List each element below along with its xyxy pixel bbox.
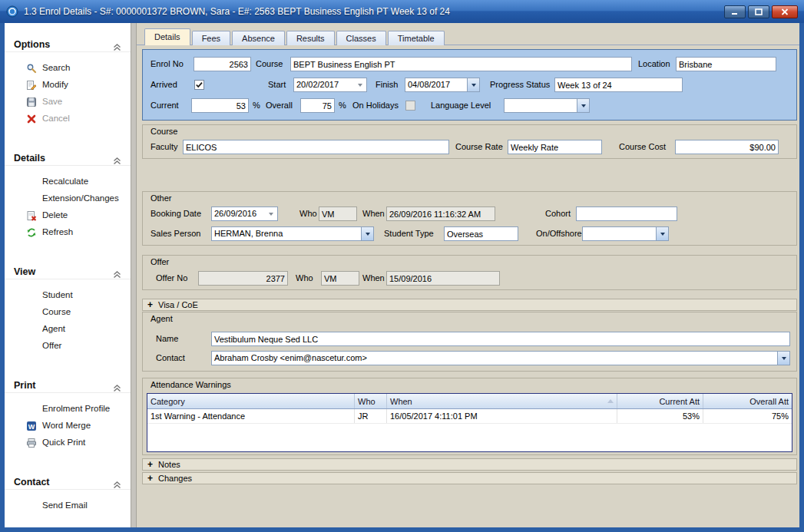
overall-att-input[interactable]	[300, 98, 335, 113]
tab-timetable[interactable]: Timetable	[388, 31, 445, 45]
dropdown-arrow-icon[interactable]	[656, 227, 668, 240]
sidebar-item-label: Enrolment Profile	[42, 404, 110, 413]
window-title: 1.3 Enrol Details - S#: 0000001372 BROWN…	[24, 6, 724, 17]
sidebar-header-contact[interactable]: Contact	[5, 474, 131, 490]
sidebar-section-print: Print Enrolment Profile W Word Merge Qui…	[5, 378, 131, 451]
sidebar-item-refresh[interactable]: Refresh	[5, 223, 131, 240]
dropdown-arrow-icon[interactable]	[265, 207, 277, 220]
on-offshore-combo[interactable]	[582, 226, 669, 241]
maximize-button[interactable]	[748, 5, 769, 18]
on-holidays-checkbox[interactable]	[405, 101, 415, 111]
sidebar-item-course[interactable]: Course	[5, 303, 131, 320]
collapse-chevrons-icon	[113, 478, 121, 494]
cohort-input[interactable]	[576, 207, 677, 221]
sidebar-item-delete[interactable]: Delete	[5, 207, 131, 223]
tab-results[interactable]: Results	[286, 31, 335, 45]
current-att-input[interactable]	[191, 98, 249, 113]
cancel-icon	[26, 113, 37, 124]
dropdown-arrow-icon[interactable]	[354, 78, 366, 91]
tab-absence[interactable]: Absence	[232, 31, 285, 45]
visa-coe-expander[interactable]: + Visa / CoE	[142, 299, 797, 311]
faculty-input[interactable]	[183, 140, 449, 154]
progress-status-label: Progress Status	[490, 78, 550, 92]
booking-who-input[interactable]	[319, 207, 357, 221]
sidebar-item-word-merge[interactable]: W Word Merge	[5, 417, 131, 434]
sidebar-header-options[interactable]: Options	[5, 37, 131, 52]
faculty-label: Faculty	[151, 140, 177, 154]
column-header-when[interactable]: When	[387, 394, 617, 408]
sidebar-header-view[interactable]: View	[5, 264, 131, 279]
course-cost-input[interactable]	[675, 140, 779, 154]
sales-person-combo[interactable]: HERMAN, Brenna	[211, 226, 374, 241]
minimize-button[interactable]	[724, 5, 746, 18]
progress-status-input[interactable]	[554, 78, 683, 92]
on-holidays-label: On Holidays	[352, 98, 399, 113]
enrol-no-input[interactable]	[194, 57, 251, 71]
sidebar-item-cancel[interactable]: Cancel	[5, 110, 131, 127]
start-date-combo[interactable]: 20/02/2017	[293, 78, 367, 92]
sidebar-item-save[interactable]: Save	[5, 93, 131, 110]
language-level-label: Language Level	[431, 98, 491, 113]
dropdown-arrow-icon[interactable]	[361, 227, 373, 240]
sidebar-header-print[interactable]: Print	[5, 378, 131, 393]
tab-fees[interactable]: Fees	[192, 31, 230, 45]
sidebar-item-label: Quick Print	[42, 438, 85, 447]
agent-name-label: Name	[156, 332, 178, 346]
course-name-input[interactable]	[290, 57, 632, 71]
offer-group: Offer Offer No Who When	[142, 255, 797, 290]
sidebar-splitter[interactable]	[131, 23, 137, 527]
dropdown-arrow-icon[interactable]	[577, 99, 589, 112]
sidebar-item-search[interactable]: Search	[5, 59, 131, 76]
modify-icon	[26, 79, 37, 90]
current-label: Current	[151, 98, 179, 113]
agent-contact-combo[interactable]: Abraham Crosby <enim@nascetur.com>	[211, 351, 790, 365]
offer-who-input[interactable]	[321, 271, 359, 286]
changes-expander[interactable]: + Changes	[142, 472, 797, 484]
course-group: Course Faculty Course Rate Course Cost	[142, 124, 797, 159]
sidebar-item-student[interactable]: Student	[5, 286, 131, 303]
current-percent-label: %	[253, 98, 260, 113]
warning-row[interactable]: 1st Warning - Attendance JR 16/05/2017 4…	[147, 409, 792, 424]
sidebar-header-details[interactable]: Details	[5, 150, 131, 166]
booking-when-input[interactable]	[386, 207, 495, 221]
arrived-label: Arrived	[151, 78, 177, 92]
location-input[interactable]	[676, 57, 776, 71]
sidebar-item-modify[interactable]: Modify	[5, 76, 131, 93]
column-header-current-att[interactable]: Current Att	[617, 394, 703, 408]
course-rate-input[interactable]	[508, 140, 602, 154]
sidebar-item-send-email[interactable]: Send Email	[5, 497, 131, 514]
cohort-label: Cohort	[545, 207, 571, 221]
tab-details[interactable]: Details	[144, 28, 190, 45]
dropdown-arrow-icon[interactable]	[777, 352, 789, 365]
sidebar-item-quick-print[interactable]: Quick Print	[5, 434, 131, 451]
student-type-input[interactable]	[444, 226, 518, 241]
sidebar-item-offer[interactable]: Offer	[5, 337, 131, 354]
tab-classes[interactable]: Classes	[336, 31, 386, 45]
sales-person-value: HERMAN, Brenna	[212, 227, 361, 240]
cell-category: 1st Warning - Attendance	[147, 409, 355, 423]
agent-name-input[interactable]	[211, 332, 790, 346]
column-header-category[interactable]: Category	[147, 394, 355, 408]
column-header-overall-att[interactable]: Overall Att	[703, 394, 792, 408]
sidebar-item-enrolment-profile[interactable]: Enrolment Profile	[5, 400, 131, 417]
language-level-combo[interactable]	[504, 98, 590, 113]
dropdown-arrow-icon[interactable]	[467, 78, 479, 91]
offer-when-input[interactable]	[386, 271, 500, 286]
finish-date-combo[interactable]: 04/08/2017	[405, 78, 480, 92]
sidebar-item-label: Search	[42, 63, 70, 72]
cell-who: JR	[355, 409, 387, 423]
sales-person-label: Sales Person	[151, 226, 200, 241]
arrived-checkbox[interactable]	[194, 80, 204, 90]
column-header-who[interactable]: Who	[355, 394, 387, 408]
expand-plus-icon: +	[147, 300, 153, 309]
notes-expander[interactable]: + Notes	[142, 458, 797, 471]
booking-date-combo[interactable]: 26/09/2016	[211, 207, 278, 221]
expand-plus-icon: +	[147, 460, 153, 469]
warnings-grid: Category Who When Current Att Overall At…	[147, 393, 792, 452]
sidebar-item-extension-changes[interactable]: Extension/Changes	[5, 190, 131, 207]
sidebar-item-recalculate[interactable]: Recalculate	[5, 173, 131, 190]
offer-no-input[interactable]	[198, 271, 288, 286]
sidebar-item-agent[interactable]: Agent	[5, 320, 131, 337]
close-button[interactable]	[772, 5, 798, 18]
sidebar-item-label: Save	[42, 97, 62, 106]
